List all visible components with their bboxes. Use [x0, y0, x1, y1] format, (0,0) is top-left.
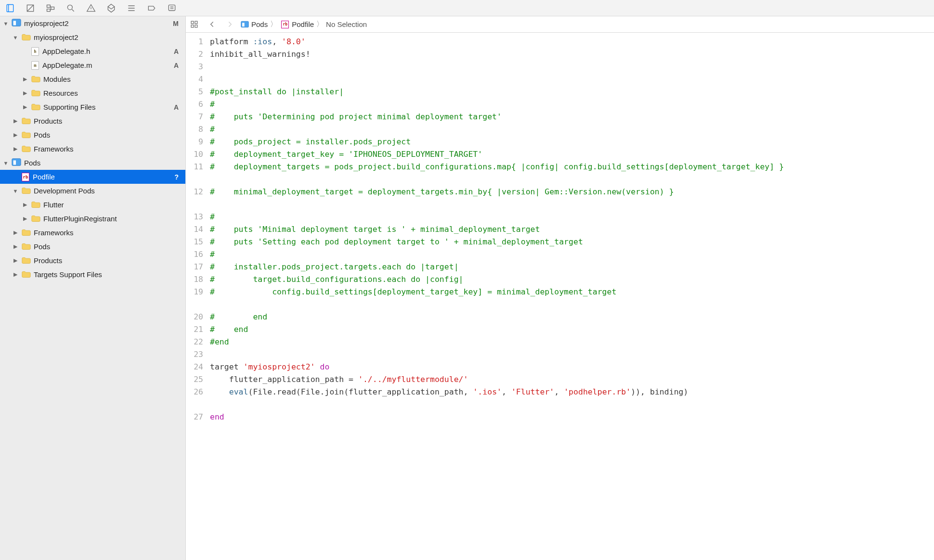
- disclosure-triangle[interactable]: ▶: [13, 258, 18, 264]
- line-number: 2: [191, 48, 203, 61]
- tree-row[interactable]: ▶Targets Support Files: [0, 267, 185, 281]
- code-line[interactable]: platform :ios, '8.0': [210, 36, 927, 48]
- source-control-icon[interactable]: [20, 0, 40, 16]
- disclosure-triangle[interactable]: ▶: [22, 202, 28, 208]
- folder-icon: [21, 270, 31, 279]
- disclosure-triangle[interactable]: ▶: [13, 118, 18, 124]
- test-navigator-icon[interactable]: [101, 0, 121, 16]
- code-line[interactable]: # deployment_targets = pods_project.buil…: [210, 161, 927, 186]
- svg-rect-12: [195, 21, 197, 24]
- code-line[interactable]: # deployment_target_key = 'IPHONEOS_DEPL…: [210, 148, 927, 161]
- disclosure-triangle[interactable]: [22, 63, 28, 68]
- disclosure-triangle[interactable]: [13, 174, 18, 180]
- disclosure-triangle[interactable]: ▶: [13, 146, 18, 152]
- tree-row[interactable]: ▶Frameworks: [0, 142, 185, 156]
- code-line[interactable]: #: [210, 211, 927, 223]
- disclosure-triangle[interactable]: ▼: [13, 188, 18, 194]
- code-line[interactable]: [210, 73, 927, 86]
- tree-row[interactable]: ▶Products: [0, 114, 185, 128]
- code-line[interactable]: # puts 'Minimal deployment target is ' +…: [210, 223, 927, 236]
- source-editor[interactable]: 1234567891011121314151617181920212223242…: [186, 33, 934, 560]
- tree-row[interactable]: ▼myiosproject2: [0, 30, 185, 44]
- disclosure-triangle[interactable]: ▶: [13, 272, 18, 278]
- project-icon: [12, 158, 21, 168]
- breadcrumb-item[interactable]: Pods: [251, 20, 268, 28]
- tree-row[interactable]: ▼myiosproject2M: [0, 16, 185, 30]
- code-content[interactable]: platform :ios, '8.0'inhibit_all_warnings…: [209, 33, 934, 560]
- code-line[interactable]: #: [210, 248, 927, 261]
- tree-row[interactable]: ▶Flutter: [0, 198, 185, 212]
- line-number: 24: [191, 361, 203, 373]
- tree-row[interactable]: ▶Supporting FilesA: [0, 100, 185, 114]
- disclosure-triangle[interactable]: ▶: [13, 132, 18, 138]
- code-line[interactable]: #post_install do |installer|: [210, 86, 927, 98]
- line-number: 22: [191, 336, 203, 348]
- code-line[interactable]: # puts 'Setting each pod deployment targ…: [210, 236, 927, 248]
- svg-rect-0: [7, 4, 13, 12]
- code-line[interactable]: #end: [210, 336, 927, 348]
- code-line[interactable]: # target.build_configurations.each do |c…: [210, 273, 927, 286]
- chevron-right-icon: 〉: [315, 20, 324, 29]
- forward-icon[interactable]: [221, 16, 238, 33]
- tree-row[interactable]: hAppDelegate.hA: [0, 44, 185, 58]
- disclosure-triangle[interactable]: ▶: [13, 244, 18, 250]
- disclosure-triangle[interactable]: ▼: [3, 160, 9, 166]
- disclosure-triangle[interactable]: ▼: [3, 21, 9, 26]
- code-line[interactable]: # config.build_settings[deployment_targe…: [210, 286, 927, 311]
- code-line[interactable]: #: [210, 98, 927, 111]
- disclosure-triangle[interactable]: ▶: [22, 90, 28, 96]
- line-number: 15: [191, 236, 203, 248]
- line-number: 17: [191, 261, 203, 273]
- project-navigator-icon[interactable]: [0, 0, 20, 16]
- code-line[interactable]: # pods_project = installer.pods_project: [210, 136, 927, 148]
- disclosure-triangle[interactable]: ▼: [13, 35, 18, 40]
- find-navigator-icon[interactable]: [61, 0, 81, 16]
- tree-row[interactable]: ▶FlutterPluginRegistrant: [0, 212, 185, 226]
- breadcrumb-item[interactable]: Podfile: [292, 20, 314, 28]
- breadcrumb-item[interactable]: No Selection: [326, 20, 367, 28]
- tree-row[interactable]: ▶Modules: [0, 72, 185, 86]
- code-line[interactable]: [210, 61, 927, 73]
- line-number: 5: [191, 86, 203, 98]
- tree-row[interactable]: ▼Development Pods: [0, 184, 185, 198]
- disclosure-triangle[interactable]: ▶: [13, 230, 18, 236]
- report-navigator-icon[interactable]: [162, 0, 182, 16]
- back-icon[interactable]: [204, 16, 220, 33]
- navigator-toolbar: [0, 0, 934, 16]
- code-line[interactable]: # minimal_deployment_target = deployment…: [210, 186, 927, 211]
- tree-row[interactable]: ▶Resources: [0, 86, 185, 100]
- tree-row[interactable]: ▶Pods: [0, 240, 185, 254]
- issue-navigator-icon[interactable]: [81, 0, 101, 16]
- project-navigator[interactable]: ▼myiosproject2M▼myiosproject2 hAppDelega…: [0, 16, 186, 560]
- tree-label: Resources: [43, 89, 78, 97]
- scm-status-badge: ?: [174, 173, 179, 181]
- symbol-navigator-icon[interactable]: [40, 0, 61, 16]
- tree-row[interactable]: rbPodfile?: [0, 170, 185, 184]
- code-line[interactable]: # end: [210, 311, 927, 323]
- disclosure-triangle[interactable]: [22, 49, 28, 54]
- code-line[interactable]: # installer.pods_project.targets.each do…: [210, 261, 927, 273]
- code-line[interactable]: inhibit_all_warnings!: [210, 48, 927, 61]
- tree-row[interactable]: ▼Pods: [0, 156, 185, 170]
- tree-row[interactable]: ▶Products: [0, 254, 185, 267]
- code-line[interactable]: end: [210, 411, 927, 423]
- tree-row[interactable]: ▶Frameworks: [0, 226, 185, 240]
- code-line[interactable]: target 'myiosproject2' do: [210, 361, 927, 373]
- code-line[interactable]: eval(File.read(File.join(flutter_applica…: [210, 386, 927, 411]
- chevron-right-icon: 〉: [269, 20, 278, 29]
- code-line[interactable]: #: [210, 123, 927, 136]
- code-line[interactable]: # end: [210, 323, 927, 336]
- tree-label: Flutter: [43, 201, 64, 209]
- code-line[interactable]: [210, 348, 927, 361]
- disclosure-triangle[interactable]: ▶: [22, 76, 28, 82]
- code-line[interactable]: flutter_application_path = './../myflutt…: [210, 373, 927, 386]
- breakpoint-navigator-icon[interactable]: [142, 0, 162, 16]
- tree-row[interactable]: ▶Pods: [0, 128, 185, 142]
- debug-navigator-icon[interactable]: [121, 0, 142, 16]
- disclosure-triangle[interactable]: ▶: [22, 216, 28, 222]
- disclosure-triangle[interactable]: ▶: [22, 104, 28, 110]
- code-line[interactable]: # puts 'Determining pod project minimal …: [210, 111, 927, 123]
- tree-label: Pods: [24, 159, 40, 167]
- related-items-icon[interactable]: [186, 16, 202, 33]
- tree-row[interactable]: mAppDelegate.mA: [0, 58, 185, 72]
